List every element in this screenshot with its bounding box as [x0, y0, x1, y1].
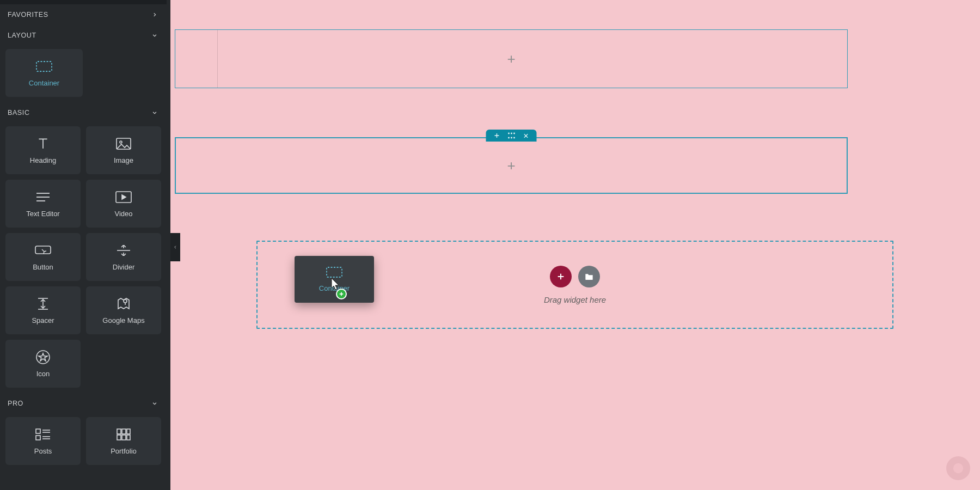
widget-spacer[interactable]: Spacer	[5, 286, 81, 334]
add-widget-plus-icon[interactable]: +	[507, 157, 515, 174]
widget-heading[interactable]: Heading	[5, 126, 81, 174]
svg-point-31	[513, 133, 515, 134]
svg-point-12	[124, 299, 127, 303]
svg-point-29	[508, 133, 510, 134]
dropzone-hint: Drag widget here	[544, 295, 606, 304]
grid-icon	[115, 427, 132, 442]
section-label: BASIC	[8, 109, 30, 117]
section-favorites[interactable]: FAVORITES	[0, 4, 167, 25]
svg-rect-15	[36, 429, 40, 433]
section-layout[interactable]: LAYOUT	[0, 25, 167, 46]
divider-icon	[115, 243, 132, 258]
svg-rect-25	[122, 435, 126, 440]
widget-button[interactable]: Button	[5, 233, 81, 281]
svg-point-33	[511, 137, 512, 139]
svg-point-34	[513, 137, 515, 139]
widget-image[interactable]: Image	[86, 126, 161, 174]
widget-portfolio[interactable]: Portfolio	[86, 417, 161, 465]
container-1[interactable]: +	[175, 29, 848, 88]
add-section-button[interactable]	[550, 266, 572, 287]
svg-rect-26	[127, 435, 130, 440]
svg-rect-21	[117, 429, 121, 434]
widget-icon[interactable]: Icon	[5, 340, 81, 388]
chevron-down-icon	[151, 32, 158, 39]
widget-sidebar: FAVORITES LAYOUT Container BASIC	[0, 0, 170, 490]
sidebar-collapse-handle[interactable]	[170, 233, 180, 261]
image-icon	[115, 137, 132, 151]
star-icon	[35, 350, 51, 364]
container-icon	[36, 59, 52, 74]
svg-point-42	[953, 463, 963, 473]
chevron-right-icon	[151, 11, 158, 18]
svg-marker-7	[122, 195, 126, 199]
section-label: PRO	[8, 400, 23, 407]
container-column-handle[interactable]	[175, 30, 218, 88]
container-toolbar	[486, 130, 537, 142]
svg-rect-16	[36, 436, 40, 440]
drag-handle-icon[interactable]	[508, 132, 516, 139]
svg-point-2	[120, 141, 122, 143]
posts-icon	[35, 427, 51, 442]
widget-text-editor[interactable]: Text Editor	[5, 180, 81, 228]
widget-label: Divider	[113, 263, 134, 271]
widget-divider[interactable]: Divider	[86, 233, 161, 281]
svg-rect-24	[117, 435, 121, 440]
chevron-down-icon	[151, 109, 158, 116]
layout-widgets: Container	[0, 46, 167, 102]
widget-label: Portfolio	[111, 447, 137, 455]
widget-label: Button	[33, 263, 53, 271]
widget-label: Posts	[34, 447, 52, 455]
section-label: FAVORITES	[8, 11, 48, 19]
drop-allowed-badge-icon	[336, 289, 347, 299]
template-library-button[interactable]	[578, 266, 600, 287]
svg-rect-22	[122, 429, 126, 434]
svg-point-32	[508, 137, 510, 139]
svg-rect-0	[36, 62, 52, 71]
widget-label: Heading	[30, 156, 56, 164]
svg-rect-39	[327, 267, 342, 277]
map-pin-icon	[115, 297, 132, 311]
editor-canvas[interactable]: + + Drag widget here	[170, 0, 980, 490]
widget-label: Text Editor	[26, 210, 59, 218]
container-icon	[326, 267, 342, 280]
dropzone-buttons	[550, 266, 600, 287]
svg-point-30	[511, 133, 512, 134]
help-bubble[interactable]	[946, 456, 970, 480]
drag-ghost-container: Container	[295, 256, 374, 303]
section-pro[interactable]: PRO	[0, 393, 167, 414]
pro-widgets: Posts Portfolio	[0, 414, 167, 470]
widget-google-maps[interactable]: Google Maps	[86, 286, 161, 334]
video-icon	[115, 190, 132, 204]
basic-widgets: Heading Image Text Editor Video	[0, 123, 167, 393]
widget-label: Container	[29, 79, 59, 87]
button-icon	[35, 243, 51, 258]
widget-video[interactable]: Video	[86, 180, 161, 228]
container-2-selected[interactable]: +	[175, 137, 848, 194]
section-label: LAYOUT	[8, 32, 36, 39]
section-basic[interactable]: BASIC	[0, 102, 167, 123]
spacer-icon	[35, 297, 51, 311]
heading-icon	[35, 137, 51, 151]
widget-label: Spacer	[32, 316, 54, 324]
svg-rect-8	[35, 246, 51, 254]
widget-container[interactable]: Container	[5, 49, 83, 97]
chevron-down-icon	[151, 400, 158, 407]
svg-rect-23	[127, 429, 130, 434]
widget-posts[interactable]: Posts	[5, 417, 81, 465]
widget-label: Google Maps	[102, 316, 144, 324]
text-editor-icon	[35, 190, 51, 204]
add-widget-plus-icon[interactable]: +	[507, 51, 515, 68]
widget-label: Video	[114, 210, 132, 218]
svg-marker-14	[39, 353, 47, 361]
widget-label: Icon	[36, 370, 50, 378]
close-icon[interactable]	[523, 133, 529, 139]
widget-label: Image	[114, 156, 133, 164]
add-section-icon[interactable]	[494, 132, 500, 139]
